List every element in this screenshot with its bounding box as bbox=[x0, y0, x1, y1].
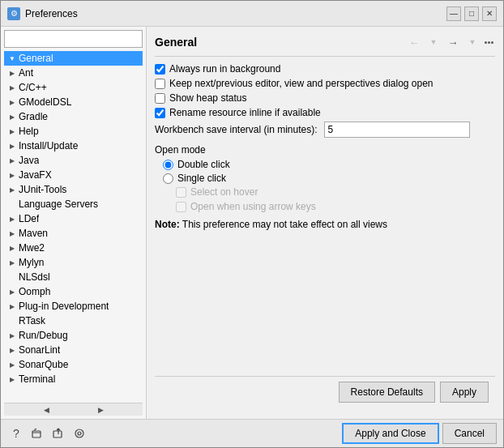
workbench-interval-input[interactable] bbox=[324, 122, 470, 138]
sub-options: Select on hover Open when using arrow ke… bbox=[176, 186, 492, 212]
cancel-button[interactable]: Cancel bbox=[442, 423, 497, 444]
apply-button[interactable]: Apply bbox=[440, 382, 489, 403]
tree-item-label: Java bbox=[19, 155, 39, 166]
tree-item-terminal[interactable]: ▶Terminal bbox=[4, 372, 143, 386]
tree-arrow-icon: ▶ bbox=[7, 374, 17, 384]
settings-icon[interactable] bbox=[70, 425, 88, 442]
checkbox-row-rename: Rename resource inline if available bbox=[155, 107, 492, 118]
tree-item-label: Maven bbox=[19, 228, 48, 239]
tree-item-gmodeldsl[interactable]: ▶GModelDSL bbox=[4, 95, 143, 109]
tree-arrow-icon: ▶ bbox=[7, 83, 17, 92]
tree-item-language-servers[interactable]: Language Servers bbox=[4, 197, 143, 211]
tree-arrow-icon: ▶ bbox=[7, 97, 17, 107]
select-hover-checkbox[interactable] bbox=[176, 187, 186, 198]
left-panel: ▼General▶Ant▶C/C++▶GModelDSL▶Gradle▶Help… bbox=[1, 27, 147, 419]
preferences-window: ⚙ Preferences — □ ✕ ▼General▶Ant▶C/C++▶G… bbox=[0, 0, 504, 448]
heap-status-checkbox[interactable] bbox=[155, 93, 165, 104]
svg-point-2 bbox=[75, 429, 83, 437]
form-content: Always run in background Keep next/previ… bbox=[155, 63, 495, 376]
content-area: ▼General▶Ant▶C/C++▶GModelDSL▶Gradle▶Help… bbox=[1, 27, 503, 419]
title-bar: ⚙ Preferences — □ ✕ bbox=[1, 1, 503, 27]
tree-item-install-update[interactable]: ▶Install/Update bbox=[4, 139, 143, 153]
nav-dropdown-button[interactable]: ▼ bbox=[425, 33, 442, 51]
tree-item-mwe2[interactable]: ▶Mwe2 bbox=[4, 241, 143, 255]
tree-item-label: Mwe2 bbox=[19, 242, 45, 254]
keep-editor-checkbox[interactable] bbox=[155, 79, 165, 89]
open-mode-title: Open mode bbox=[155, 144, 492, 156]
scroll-left-arrow[interactable]: ◀ bbox=[44, 406, 49, 414]
tree-item-plug-in-development[interactable]: ▶Plug-in Development bbox=[4, 299, 143, 314]
search-input[interactable] bbox=[4, 30, 143, 48]
single-click-radio[interactable] bbox=[163, 173, 173, 184]
note-text: Note: This preference may not take effec… bbox=[155, 219, 492, 230]
tree-item-label: JUnit-Tools bbox=[19, 184, 66, 195]
tree-item-ant[interactable]: ▶Ant bbox=[4, 66, 143, 80]
checkbox-row-heap: Show heap status bbox=[155, 92, 492, 104]
tree-item-mylyn[interactable]: ▶Mylyn bbox=[4, 255, 143, 270]
tree-arrow-icon: ▶ bbox=[7, 112, 17, 122]
tree-item-label: Gradle bbox=[19, 111, 48, 122]
keep-editor-label: Keep next/previous editor, view and pers… bbox=[169, 78, 434, 89]
tree-item-nlsdsl[interactable]: NLSdsl bbox=[4, 270, 143, 284]
tree-item-general[interactable]: ▼General bbox=[4, 51, 143, 66]
always-run-checkbox[interactable] bbox=[155, 64, 165, 75]
help-icon[interactable]: ? bbox=[7, 425, 25, 442]
svg-point-3 bbox=[78, 432, 81, 435]
tree-item-java[interactable]: ▶Java bbox=[4, 153, 143, 168]
nav-forward-button[interactable]: → bbox=[444, 33, 462, 51]
tree-item-sonarlint[interactable]: ▶SonarLint bbox=[4, 343, 143, 357]
tree-item-sonarqube[interactable]: ▶SonarQube bbox=[4, 357, 143, 372]
nav-forward-dropdown-button[interactable]: ▼ bbox=[463, 33, 481, 51]
export-icon[interactable] bbox=[49, 425, 67, 442]
tree-item-label: Install/Update bbox=[19, 140, 78, 151]
checkbox-row-always-run: Always run in background bbox=[155, 63, 492, 75]
open-icon[interactable] bbox=[28, 425, 46, 442]
tree-item-javafx[interactable]: ▶JavaFX bbox=[4, 168, 143, 182]
tree-arrow-icon: ▶ bbox=[7, 301, 17, 311]
tree-arrow-icon bbox=[7, 316, 17, 326]
tree-arrow-icon: ▶ bbox=[7, 331, 17, 340]
radio-row-single-click: Single click bbox=[163, 173, 492, 184]
tree-item-label: Ant bbox=[19, 67, 33, 79]
tree-item-label: Mylyn bbox=[19, 257, 44, 268]
workbench-row: Workbench save interval (in minutes): bbox=[155, 122, 492, 138]
rename-inline-checkbox[interactable] bbox=[155, 108, 165, 118]
tree-item-rtask[interactable]: RTask bbox=[4, 314, 143, 328]
bottom-area: Restore Defaults Apply bbox=[155, 376, 495, 412]
tree-item-c-c--[interactable]: ▶C/C++ bbox=[4, 80, 143, 95]
tree-arrow-icon: ▶ bbox=[7, 185, 17, 194]
tree-item-label: General bbox=[19, 53, 53, 64]
tree-item-label: Plug-in Development bbox=[19, 301, 109, 312]
tree-item-help[interactable]: ▶Help bbox=[4, 124, 143, 139]
tree-arrow-icon bbox=[7, 199, 17, 209]
tree-item-label: NLSdsl bbox=[19, 271, 50, 283]
tree-arrow-icon: ▼ bbox=[7, 53, 17, 63]
restore-defaults-button[interactable]: Restore Defaults bbox=[339, 382, 435, 403]
close-button[interactable]: ✕ bbox=[482, 6, 497, 21]
title-bar-left: ⚙ Preferences bbox=[7, 7, 78, 20]
double-click-label: Double click bbox=[177, 159, 230, 170]
note-bold: Note: bbox=[155, 219, 180, 230]
tree-item-label: SonarLint bbox=[19, 344, 60, 356]
tree-item-oomph[interactable]: ▶Oomph bbox=[4, 284, 143, 299]
maximize-button[interactable]: □ bbox=[464, 6, 479, 21]
restore-apply-row: Restore Defaults Apply bbox=[161, 382, 489, 403]
tree-item-label: Run/Debug bbox=[19, 330, 68, 341]
tree-item-label: GModelDSL bbox=[19, 96, 71, 108]
tree-item-gradle[interactable]: ▶Gradle bbox=[4, 109, 143, 124]
nav-more-button[interactable] bbox=[483, 40, 495, 45]
tree-item-label: Help bbox=[19, 126, 39, 137]
tree-arrow-icon: ▶ bbox=[7, 156, 17, 165]
tree-item-run-debug[interactable]: ▶Run/Debug bbox=[4, 328, 143, 343]
tree-item-ldef[interactable]: ▶LDef bbox=[4, 211, 143, 226]
nav-back-button[interactable]: ← bbox=[405, 33, 423, 51]
tree-item-maven[interactable]: ▶Maven bbox=[4, 226, 143, 241]
open-arrow-label: Open when using arrow keys bbox=[190, 201, 316, 212]
tree-item-junit-tools[interactable]: ▶JUnit-Tools bbox=[4, 182, 143, 197]
open-arrow-checkbox[interactable] bbox=[176, 202, 186, 212]
minimize-button[interactable]: — bbox=[446, 6, 461, 21]
section-title: General bbox=[155, 36, 197, 49]
scroll-right-arrow[interactable]: ▶ bbox=[98, 406, 104, 414]
double-click-radio[interactable] bbox=[163, 160, 173, 170]
apply-and-close-button[interactable]: Apply and Close bbox=[342, 423, 438, 444]
